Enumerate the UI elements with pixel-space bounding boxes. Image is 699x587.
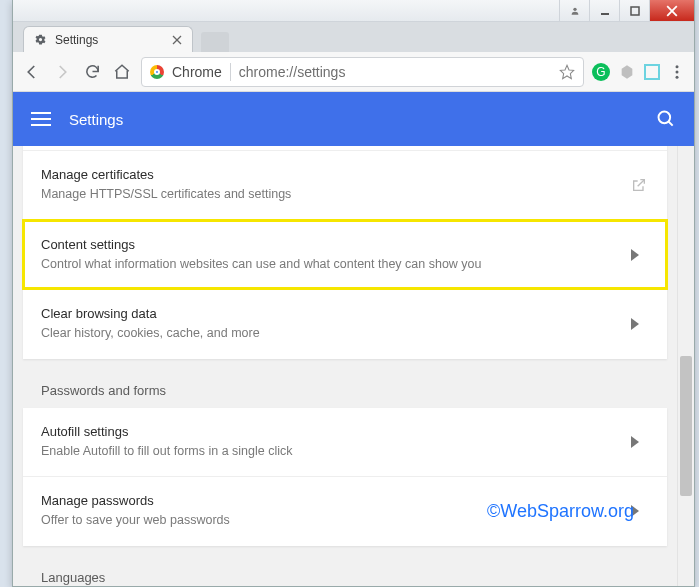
svg-point-10: [676, 70, 679, 73]
settings-title: Settings: [69, 111, 123, 128]
browser-toolbar: Chrome chrome://settings G: [13, 52, 694, 92]
chevron-right-icon: [631, 436, 649, 448]
svg-point-11: [676, 75, 679, 78]
home-button[interactable]: [111, 61, 133, 83]
svg-rect-1: [601, 13, 609, 15]
svg-marker-8: [622, 65, 633, 78]
browser-menu-button[interactable]: [668, 63, 686, 81]
bookmark-star-icon[interactable]: [559, 64, 575, 80]
scrollbar-thumb[interactable]: [680, 356, 692, 496]
tab-close-icon[interactable]: [172, 35, 182, 45]
chrome-logo-icon: [150, 65, 164, 79]
svg-marker-14: [631, 249, 639, 261]
row-title: Content settings: [41, 237, 619, 252]
extension-grey-icon[interactable]: [618, 63, 636, 81]
row-desc: Manage HTTPS/SSL certificates and settin…: [41, 186, 619, 204]
row-title: Autofill settings: [41, 424, 619, 439]
row-desc: Control what information websites can us…: [41, 256, 619, 274]
new-tab-button[interactable]: [201, 32, 229, 52]
search-icon[interactable]: [656, 109, 676, 129]
tab-title: Settings: [55, 33, 98, 47]
row-clear-browsing-data[interactable]: Clear browsing data Clear history, cooki…: [23, 289, 667, 359]
row-autofill-settings[interactable]: Autofill settings Enable Autofill to fil…: [23, 408, 667, 477]
row-title: Manage certificates: [41, 167, 619, 182]
secure-label: Chrome: [172, 64, 222, 80]
address-bar[interactable]: Chrome chrome://settings: [141, 57, 584, 87]
tab-strip: Settings: [13, 22, 694, 52]
section-passwords-label: Passwords and forms: [23, 361, 667, 408]
tab-settings[interactable]: Settings: [23, 26, 193, 52]
row-desc: Clear history, cookies, cache, and more: [41, 325, 619, 343]
settings-header: Settings: [13, 92, 694, 146]
reload-button[interactable]: [81, 61, 103, 83]
browser-window: Settings Chrome chrome://settings G: [12, 0, 695, 587]
extension-square-icon[interactable]: [644, 64, 660, 80]
forward-button: [51, 61, 73, 83]
svg-marker-15: [631, 318, 639, 330]
row-content-settings[interactable]: Content settings Control what informatio…: [23, 220, 667, 290]
scrollbar[interactable]: [677, 146, 694, 586]
external-link-icon: [631, 177, 649, 193]
watermark: ©WebSparrow.org: [487, 501, 634, 522]
svg-point-9: [676, 65, 679, 68]
svg-point-0: [573, 7, 576, 10]
row-desc: Enable Autofill to fill out forms in a s…: [41, 443, 619, 461]
extension-green-icon[interactable]: G: [592, 63, 610, 81]
os-user-button[interactable]: [559, 0, 589, 21]
chevron-right-icon: [631, 318, 649, 330]
url-text: chrome://settings: [239, 64, 346, 80]
menu-icon[interactable]: [31, 112, 51, 126]
svg-point-12: [659, 112, 671, 124]
svg-rect-2: [631, 7, 639, 15]
svg-line-13: [669, 122, 673, 126]
os-minimize-button[interactable]: [589, 0, 619, 21]
os-close-button[interactable]: [649, 0, 694, 21]
svg-marker-16: [631, 436, 639, 448]
chevron-right-icon: [631, 249, 649, 261]
row-manage-certificates[interactable]: Manage certificates Manage HTTPS/SSL cer…: [23, 150, 667, 220]
os-maximize-button[interactable]: [619, 0, 649, 21]
os-titlebar: [13, 0, 694, 22]
gear-icon: [34, 33, 47, 46]
back-button[interactable]: [21, 61, 43, 83]
section-languages-label: Languages: [23, 548, 667, 587]
omnibox-separator: [230, 63, 231, 81]
svg-marker-7: [560, 65, 573, 78]
row-title: Clear browsing data: [41, 306, 619, 321]
